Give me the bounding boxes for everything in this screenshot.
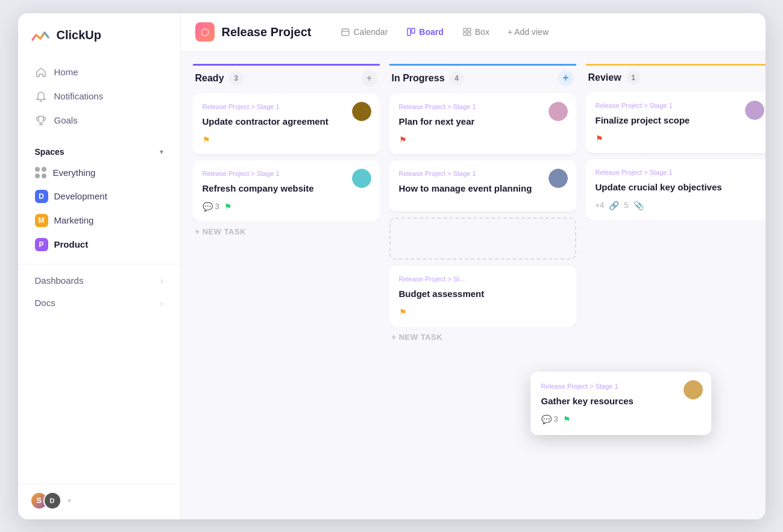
card-budget-assessment[interactable]: Release Project > St... Budget assessmen…	[389, 266, 576, 327]
app-name: ClickUp	[57, 28, 101, 42]
sidebar-item-goals[interactable]: Goals	[23, 108, 175, 133]
floating-comment-badge: 💬 3	[541, 415, 558, 424]
bell-icon	[35, 90, 47, 102]
svg-rect-3	[464, 28, 467, 31]
card-footer-6: ⚑	[596, 134, 763, 143]
card-avatar-1	[352, 102, 371, 121]
card-refresh-website[interactable]: Release Project > Stage 1 Refresh compan…	[193, 160, 380, 221]
board-wrapper: Ready 3 + Release Project > Stage 1 Upda…	[181, 52, 766, 519]
tab-board[interactable]: Board	[398, 23, 451, 40]
user-dropdown-icon[interactable]: ▾	[68, 496, 71, 505]
new-task-ready[interactable]: + NEW TASK	[193, 221, 380, 242]
docs-arrow-icon: ›	[160, 298, 163, 308]
card-meta-text-1: Release Project > Stage 1	[203, 103, 280, 110]
comment-icon-2: 💬	[203, 202, 213, 211]
sidebar-item-marketing[interactable]: M Marketing	[23, 208, 175, 233]
card-meta-text-2: Release Project > Stage 1	[203, 170, 280, 177]
comment-badge-2: 💬 3	[203, 202, 219, 211]
card-title-3: Plan for next year	[399, 115, 567, 128]
dashboards-label: Dashboards	[35, 275, 84, 286]
main-content: ⬡ Release Project Calendar Board	[181, 13, 766, 519]
floating-avatar-circle	[684, 380, 703, 399]
new-task-label-ready: + NEW TASK	[195, 227, 247, 236]
flag-green-icon-2: ⚑	[224, 202, 232, 211]
card-manage-event[interactable]: Release Project > Stage 1 How to manage …	[389, 160, 576, 211]
chevron-down-icon[interactable]: ▾	[160, 148, 163, 156]
sidebar-item-everything[interactable]: Everything	[23, 161, 175, 184]
card-plan-next-year[interactable]: Release Project > Stage 1 Plan for next …	[389, 93, 576, 154]
goals-label: Goals	[54, 115, 78, 125]
sidebar-item-docs[interactable]: Docs ›	[23, 292, 175, 314]
card-title-5: Budget assessment	[399, 287, 567, 300]
flag-orange-icon-5: ⚑	[399, 307, 407, 317]
avatar-circle-6	[745, 101, 764, 120]
card-meta-text-7: Release Project > Stage 1	[596, 169, 673, 176]
card-avatar-3	[549, 102, 568, 121]
development-label: Development	[54, 191, 107, 201]
floating-card-footer: 💬 3 ⚑	[541, 415, 700, 424]
home-icon	[35, 66, 47, 78]
sidebar-footer-section: Dashboards › Docs ›	[18, 264, 180, 314]
avatar-secondary: D	[43, 492, 61, 510]
floating-comment-count: 3	[554, 415, 558, 424]
card-footer-2: 💬 3 ⚑	[203, 202, 370, 211]
everything-label: Everything	[53, 167, 96, 178]
sidebar-item-development[interactable]: D Development	[23, 184, 175, 208]
card-avatar-2	[352, 169, 371, 188]
sidebar-item-product[interactable]: P Product	[23, 233, 175, 257]
add-view-button[interactable]: + Add view	[500, 23, 556, 40]
cards-in-progress: Release Project > Stage 1 Plan for next …	[389, 93, 576, 327]
plus-count-7: +4	[596, 201, 605, 210]
card-update-objectives[interactable]: Release Project > Stage 1 Update crucial…	[586, 159, 766, 220]
floating-flag-icon: ⚑	[563, 415, 571, 424]
spaces-header: Spaces ▾	[23, 142, 175, 161]
card-finalize-scope[interactable]: Release Project > Stage 1 Finalize proje…	[586, 92, 766, 153]
sidebar-item-home[interactable]: Home	[23, 60, 175, 84]
board-tab-label: Board	[419, 27, 443, 37]
svg-rect-1	[407, 28, 410, 36]
floating-card-avatar	[684, 380, 703, 399]
column-add-in-progress[interactable]: +	[558, 70, 574, 86]
card-title-4: How to manage event planning	[399, 182, 567, 195]
card-footer-7: +4 🔗 5 📎	[596, 201, 763, 210]
view-tabs: Calendar Board Box	[333, 23, 556, 40]
column-title-ready: Ready	[195, 73, 224, 84]
avatar-circle-1	[352, 102, 371, 121]
box-icon	[463, 28, 471, 36]
tab-calendar[interactable]: Calendar	[333, 23, 396, 40]
card-avatar-6	[745, 101, 764, 120]
project-title-area: ⬡ Release Project	[195, 22, 312, 42]
attachment-icon-7: 📎	[634, 201, 644, 210]
svg-rect-2	[412, 28, 415, 33]
clickup-logo-icon	[30, 25, 51, 46]
trophy-icon	[35, 114, 47, 127]
calendar-tab-label: Calendar	[353, 27, 388, 37]
card-footer-3: ⚑	[399, 135, 567, 145]
product-badge: P	[35, 238, 48, 251]
new-task-in-progress[interactable]: + NEW TASK	[389, 327, 576, 348]
svg-rect-5	[464, 33, 467, 36]
column-count-ready: 3	[229, 71, 244, 86]
card-meta-1: Release Project > Stage 1	[203, 103, 370, 110]
card-footer-1: ⚑	[203, 135, 370, 145]
app-container: ClickUp Home Notifications Goals	[18, 13, 766, 519]
svg-rect-4	[468, 28, 471, 31]
flag-red-icon-3: ⚑	[399, 135, 407, 145]
card-update-contractor[interactable]: Release Project > Stage 1 Update contrac…	[193, 93, 380, 154]
board-icon	[407, 28, 415, 36]
card-meta-6: Release Project > Stage 1	[596, 102, 763, 109]
column-header-ready: Ready 3 +	[193, 64, 380, 93]
card-meta-3: Release Project > Stage 1	[399, 103, 567, 110]
card-meta-4: Release Project > Stage 1	[399, 170, 567, 177]
column-in-progress: In Progress 4 + Release Project > Stage …	[389, 64, 576, 348]
sidebar-item-dashboards[interactable]: Dashboards ›	[23, 269, 175, 292]
top-bar: ⬡ Release Project Calendar Board	[181, 13, 766, 52]
card-title-6: Finalize project scope	[596, 114, 763, 127]
tab-box[interactable]: Box	[454, 23, 498, 40]
floating-card[interactable]: ✛ Release Project > Stage 1 Gather key r…	[530, 372, 711, 435]
svg-rect-0	[342, 29, 349, 36]
calendar-icon	[341, 28, 350, 36]
column-add-ready[interactable]: +	[362, 70, 377, 86]
sidebar-item-notifications[interactable]: Notifications	[23, 84, 175, 108]
new-task-label-in-progress: + NEW TASK	[392, 333, 443, 342]
